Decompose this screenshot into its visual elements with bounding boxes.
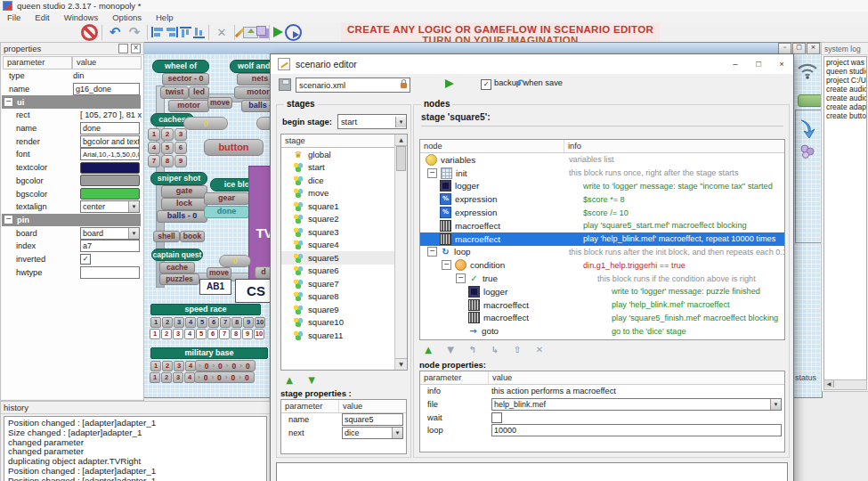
- delete-icon[interactable]: [213, 23, 231, 41]
- save-project-icon[interactable]: [42, 23, 60, 41]
- node-row-macroeffect[interactable]: macroeffectplay 'square5_finish.mef' mac…: [420, 312, 784, 325]
- dialog-maximize-button[interactable]: □: [747, 55, 770, 73]
- align-right-icon[interactable]: [166, 27, 178, 37]
- shell-button[interactable]: shell: [153, 231, 180, 242]
- dropdown-arrow-icon[interactable]: ▼: [392, 428, 402, 438]
- checkbox[interactable]: [491, 412, 502, 423]
- dropdown-arrow-icon[interactable]: ▼: [128, 228, 139, 239]
- speed-cell[interactable]: 4: [184, 329, 195, 339]
- dialog-close-button[interactable]: ×: [770, 55, 793, 73]
- speed-cell[interactable]: 3: [174, 317, 184, 328]
- captain-quest-label[interactable]: captain quest: [151, 249, 203, 261]
- stage-down-button[interactable]: ▼: [304, 374, 319, 387]
- expander-icon[interactable]: −: [456, 273, 466, 283]
- stage-item-square7[interactable]: square7: [281, 277, 395, 290]
- expander-icon[interactable]: −: [4, 215, 13, 224]
- node-row-init[interactable]: −initthis block runs once, right after t…: [420, 167, 784, 180]
- stage-item-square6[interactable]: square6: [281, 265, 395, 278]
- align-bottom-icon[interactable]: [193, 27, 205, 38]
- prop-group-pin[interactable]: −pin: [2, 214, 141, 227]
- color-swatch[interactable]: [80, 162, 140, 174]
- close-panel-icon[interactable]: ×: [131, 44, 141, 53]
- color-swatch[interactable]: [80, 188, 140, 200]
- menu-help[interactable]: Help: [149, 12, 181, 22]
- dropdown-arrow-icon[interactable]: ▼: [128, 201, 139, 212]
- prop-value-select[interactable]: help_blink.mef▼: [491, 398, 782, 411]
- stop-icon[interactable]: [81, 24, 98, 41]
- keypad-cell[interactable]: 3: [174, 128, 187, 141]
- sniper-shot-label[interactable]: sniper shot: [150, 172, 207, 185]
- float-panel-icon[interactable]: [118, 44, 128, 53]
- stage-item-square11[interactable]: square11: [281, 329, 395, 342]
- stage-item-square10[interactable]: square10: [281, 316, 395, 330]
- speed-cell[interactable]: 5: [197, 317, 207, 328]
- move2-button[interactable]: move: [207, 267, 231, 279]
- undo-icon[interactable]: ↶: [515, 76, 525, 92]
- expander-icon[interactable]: −: [442, 260, 451, 270]
- filename-input[interactable]: scenario.xml: [296, 77, 410, 93]
- military-cell[interactable]: 3: [174, 361, 184, 371]
- keypad-cell[interactable]: 9: [174, 155, 187, 167]
- prop-value-input[interactable]: 10000: [491, 424, 782, 436]
- save-scenario-icon[interactable]: [279, 78, 291, 91]
- keypad-cell[interactable]: 6: [174, 142, 187, 154]
- node-outdent-button[interactable]: ↰: [466, 344, 480, 356]
- gate-button[interactable]: gate: [161, 185, 207, 198]
- open-project-icon[interactable]: [22, 23, 40, 41]
- military-cell[interactable]: 2: [162, 361, 173, 371]
- checkbox[interactable]: ✓: [80, 254, 91, 265]
- node-row-expression[interactable]: expression$score /= 10: [420, 206, 784, 219]
- canvas-close-button[interactable]: ×: [807, 43, 820, 54]
- motor-button[interactable]: motor: [168, 100, 209, 112]
- stage-list-scrollbar[interactable]: ▲ ▼: [394, 135, 407, 370]
- stage-item-start[interactable]: start: [281, 161, 395, 175]
- dropdown-arrow-icon[interactable]: ▼: [770, 399, 781, 410]
- expander-icon[interactable]: −: [427, 247, 437, 257]
- status-panel-label[interactable]: status: [795, 373, 816, 382]
- stage-item-square3[interactable]: square3: [281, 225, 395, 239]
- speed-cell[interactable]: 3: [173, 329, 183, 339]
- keypad-cell[interactable]: 5: [161, 142, 174, 154]
- led-button[interactable]: led: [189, 86, 209, 99]
- speed-cell[interactable]: 7: [219, 329, 230, 339]
- speed-cell[interactable]: 10: [254, 329, 264, 339]
- stage-item-global[interactable]: ♛global: [281, 148, 395, 161]
- sniper-balls-button[interactable]: balls - 0: [157, 210, 207, 223]
- node-row-variables[interactable]: variablesvariables list: [420, 153, 784, 167]
- node-row-true[interactable]: −truethis block runs if the condition ab…: [420, 272, 784, 285]
- menu-edit[interactable]: Edit: [28, 12, 56, 22]
- color-swatch[interactable]: [80, 175, 140, 186]
- book-button[interactable]: book: [180, 231, 205, 242]
- prop-value-input[interactable]: a7: [80, 240, 140, 252]
- speed-cell[interactable]: 6: [208, 317, 219, 328]
- speed-cell[interactable]: 2: [161, 329, 172, 339]
- military-zeros1[interactable]: ›0›0›0›0: [195, 360, 256, 371]
- node-row-logger[interactable]: loggerwrite to 'logger' message: puzzle …: [420, 285, 784, 298]
- system-log-hscrollbar[interactable]: ◀: [823, 379, 867, 390]
- stage-item-square4[interactable]: square4: [281, 239, 395, 252]
- speed-cell[interactable]: 9: [243, 317, 254, 328]
- prop-value-input[interactable]: square5: [342, 413, 403, 426]
- sector-button[interactable]: sector - 0: [162, 73, 209, 86]
- run-icon[interactable]: [285, 24, 302, 41]
- node-row-macroeffect[interactable]: macroeffectplay 'help_blink.mef' macroef…: [420, 298, 784, 312]
- prop-value-input[interactable]: [80, 266, 140, 279]
- keypad-cell[interactable]: 4: [148, 142, 160, 154]
- dialog-minimize-button[interactable]: –: [724, 55, 747, 73]
- backup-checkbox[interactable]: ✓: [481, 79, 491, 90]
- new-project-icon[interactable]: [3, 23, 20, 41]
- stage-item-square5[interactable]: square5: [281, 251, 395, 265]
- speed-cell[interactable]: 6: [207, 329, 218, 339]
- node-row-macroeffect[interactable]: macroeffectplay 'help_blink.mef' macroef…: [420, 232, 784, 246]
- twist-button[interactable]: twist: [160, 86, 189, 99]
- node-row-goto[interactable]: gotogo to the 'dice' stage: [420, 324, 784, 338]
- close-project-icon[interactable]: [61, 23, 79, 41]
- speed-cell[interactable]: 5: [196, 329, 207, 339]
- speed-cell[interactable]: 1: [150, 317, 161, 328]
- speed-cell[interactable]: 8: [231, 317, 242, 328]
- speed-cell[interactable]: 2: [162, 317, 173, 328]
- menu-windows[interactable]: Windows: [57, 12, 106, 22]
- stage-up-button[interactable]: ▲: [282, 374, 296, 387]
- stage-item-square2[interactable]: square2: [281, 213, 395, 226]
- speed-cell[interactable]: 4: [185, 317, 196, 328]
